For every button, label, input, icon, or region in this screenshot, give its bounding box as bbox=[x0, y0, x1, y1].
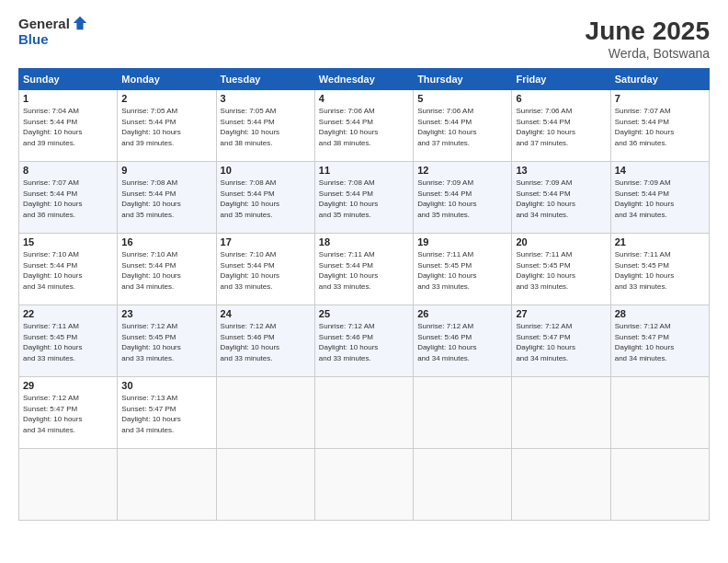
day-number: 22 bbox=[23, 308, 113, 319]
day-number: 5 bbox=[417, 93, 507, 104]
calendar-cell: 25Sunrise: 7:12 AMSunset: 5:46 PMDayligh… bbox=[314, 305, 413, 377]
day-info: Sunrise: 7:06 AMSunset: 5:44 PMDaylight:… bbox=[319, 106, 409, 148]
day-number: 1 bbox=[23, 93, 113, 104]
subtitle: Werda, Botswana bbox=[586, 46, 710, 61]
day-number: 18 bbox=[319, 236, 409, 247]
calendar-cell: 12Sunrise: 7:09 AMSunset: 5:44 PMDayligh… bbox=[414, 162, 512, 234]
calendar-cell bbox=[314, 449, 413, 521]
calendar-row-5: 29Sunrise: 7:12 AMSunset: 5:47 PMDayligh… bbox=[19, 377, 710, 449]
day-number: 4 bbox=[319, 93, 409, 104]
calendar-cell: 7Sunrise: 7:07 AMSunset: 5:44 PMDaylight… bbox=[610, 90, 709, 162]
header-thursday: Thursday bbox=[414, 69, 512, 90]
day-info: Sunrise: 7:11 AMSunset: 5:45 PMDaylight:… bbox=[417, 249, 507, 292]
header-friday: Friday bbox=[512, 69, 610, 90]
day-number: 9 bbox=[121, 165, 211, 176]
calendar-cell: 26Sunrise: 7:12 AMSunset: 5:46 PMDayligh… bbox=[414, 305, 512, 377]
day-info: Sunrise: 7:10 AMSunset: 5:44 PMDaylight:… bbox=[121, 249, 211, 292]
calendar: Sunday Monday Tuesday Wednesday Thursday… bbox=[18, 68, 710, 521]
calendar-cell: 9Sunrise: 7:08 AMSunset: 5:44 PMDaylight… bbox=[118, 162, 216, 234]
day-number: 25 bbox=[319, 308, 409, 319]
day-info: Sunrise: 7:06 AMSunset: 5:44 PMDaylight:… bbox=[516, 106, 606, 148]
day-number: 23 bbox=[121, 308, 211, 319]
calendar-body: 1Sunrise: 7:04 AMSunset: 5:44 PMDaylight… bbox=[19, 90, 710, 521]
day-number: 7 bbox=[615, 93, 705, 104]
day-info: Sunrise: 7:10 AMSunset: 5:44 PMDaylight:… bbox=[221, 249, 311, 292]
calendar-cell: 27Sunrise: 7:12 AMSunset: 5:47 PMDayligh… bbox=[512, 305, 610, 377]
calendar-cell: 16Sunrise: 7:10 AMSunset: 5:44 PMDayligh… bbox=[118, 234, 216, 305]
logo: General Blue bbox=[18, 17, 88, 47]
day-info: Sunrise: 7:08 AMSunset: 5:44 PMDaylight:… bbox=[319, 178, 409, 220]
day-info: Sunrise: 7:09 AMSunset: 5:44 PMDaylight:… bbox=[615, 178, 705, 220]
calendar-cell: 4Sunrise: 7:06 AMSunset: 5:44 PMDaylight… bbox=[314, 90, 413, 162]
day-info: Sunrise: 7:13 AMSunset: 5:47 PMDaylight:… bbox=[121, 393, 211, 435]
calendar-cell bbox=[414, 377, 512, 449]
calendar-cell: 20Sunrise: 7:11 AMSunset: 5:45 PMDayligh… bbox=[512, 234, 610, 305]
calendar-cell: 15Sunrise: 7:10 AMSunset: 5:44 PMDayligh… bbox=[19, 234, 118, 305]
calendar-row-4: 22Sunrise: 7:11 AMSunset: 5:45 PMDayligh… bbox=[19, 305, 710, 377]
header-monday: Monday bbox=[118, 69, 216, 90]
logo-text: General Blue bbox=[18, 17, 88, 47]
day-number: 10 bbox=[221, 165, 311, 176]
day-info: Sunrise: 7:07 AMSunset: 5:44 PMDaylight:… bbox=[23, 178, 113, 220]
day-number: 2 bbox=[121, 93, 211, 104]
day-info: Sunrise: 7:11 AMSunset: 5:45 PMDaylight:… bbox=[23, 321, 113, 363]
calendar-cell bbox=[414, 449, 512, 521]
calendar-cell bbox=[512, 377, 610, 449]
calendar-cell: 3Sunrise: 7:05 AMSunset: 5:44 PMDaylight… bbox=[216, 90, 314, 162]
day-number: 19 bbox=[417, 236, 507, 247]
calendar-cell: 6Sunrise: 7:06 AMSunset: 5:44 PMDaylight… bbox=[512, 90, 610, 162]
weekday-header-row: Sunday Monday Tuesday Wednesday Thursday… bbox=[19, 69, 710, 90]
day-number: 28 bbox=[615, 308, 705, 319]
calendar-cell bbox=[610, 449, 709, 521]
logo-blue: Blue bbox=[18, 32, 88, 48]
calendar-cell bbox=[216, 449, 314, 521]
calendar-cell: 23Sunrise: 7:12 AMSunset: 5:45 PMDayligh… bbox=[118, 305, 216, 377]
header-sunday: Sunday bbox=[19, 69, 118, 90]
day-info: Sunrise: 7:12 AMSunset: 5:47 PMDaylight:… bbox=[615, 321, 705, 363]
calendar-cell: 29Sunrise: 7:12 AMSunset: 5:47 PMDayligh… bbox=[19, 377, 118, 449]
day-info: Sunrise: 7:11 AMSunset: 5:45 PMDaylight:… bbox=[615, 249, 705, 292]
calendar-cell bbox=[216, 377, 314, 449]
day-number: 11 bbox=[319, 165, 409, 176]
calendar-cell: 18Sunrise: 7:11 AMSunset: 5:44 PMDayligh… bbox=[314, 234, 413, 305]
calendar-cell: 30Sunrise: 7:13 AMSunset: 5:47 PMDayligh… bbox=[118, 377, 216, 449]
header: General Blue June 2025 Werda, Botswana bbox=[18, 17, 710, 61]
calendar-cell: 1Sunrise: 7:04 AMSunset: 5:44 PMDaylight… bbox=[19, 90, 118, 162]
calendar-cell: 14Sunrise: 7:09 AMSunset: 5:44 PMDayligh… bbox=[610, 162, 709, 234]
calendar-cell bbox=[19, 449, 118, 521]
calendar-cell bbox=[610, 377, 709, 449]
day-info: Sunrise: 7:05 AMSunset: 5:44 PMDaylight:… bbox=[121, 106, 211, 148]
day-info: Sunrise: 7:12 AMSunset: 5:45 PMDaylight:… bbox=[121, 321, 211, 363]
day-info: Sunrise: 7:04 AMSunset: 5:44 PMDaylight:… bbox=[23, 106, 113, 148]
day-info: Sunrise: 7:09 AMSunset: 5:44 PMDaylight:… bbox=[516, 178, 606, 220]
calendar-cell: 11Sunrise: 7:08 AMSunset: 5:44 PMDayligh… bbox=[314, 162, 413, 234]
day-info: Sunrise: 7:07 AMSunset: 5:44 PMDaylight:… bbox=[615, 106, 705, 148]
calendar-cell: 19Sunrise: 7:11 AMSunset: 5:45 PMDayligh… bbox=[414, 234, 512, 305]
calendar-row-6 bbox=[19, 449, 710, 521]
day-info: Sunrise: 7:06 AMSunset: 5:44 PMDaylight:… bbox=[417, 106, 507, 148]
logo-general: General bbox=[18, 17, 70, 32]
header-wednesday: Wednesday bbox=[314, 69, 413, 90]
day-number: 8 bbox=[23, 165, 113, 176]
calendar-cell bbox=[118, 449, 216, 521]
calendar-cell: 22Sunrise: 7:11 AMSunset: 5:45 PMDayligh… bbox=[19, 305, 118, 377]
calendar-cell: 5Sunrise: 7:06 AMSunset: 5:44 PMDaylight… bbox=[414, 90, 512, 162]
day-number: 16 bbox=[121, 236, 211, 247]
calendar-cell: 21Sunrise: 7:11 AMSunset: 5:45 PMDayligh… bbox=[610, 234, 709, 305]
calendar-cell: 24Sunrise: 7:12 AMSunset: 5:46 PMDayligh… bbox=[216, 305, 314, 377]
day-number: 21 bbox=[615, 236, 705, 247]
day-number: 12 bbox=[417, 165, 507, 176]
day-number: 29 bbox=[23, 380, 113, 391]
day-info: Sunrise: 7:12 AMSunset: 5:46 PMDaylight:… bbox=[319, 321, 409, 363]
day-info: Sunrise: 7:09 AMSunset: 5:44 PMDaylight:… bbox=[417, 178, 507, 220]
day-info: Sunrise: 7:08 AMSunset: 5:44 PMDaylight:… bbox=[221, 178, 311, 220]
day-number: 24 bbox=[221, 308, 311, 319]
day-info: Sunrise: 7:12 AMSunset: 5:47 PMDaylight:… bbox=[516, 321, 606, 363]
page: General Blue June 2025 Werda, Botswana S… bbox=[0, 0, 728, 563]
day-number: 26 bbox=[417, 308, 507, 319]
day-info: Sunrise: 7:12 AMSunset: 5:46 PMDaylight:… bbox=[221, 321, 311, 363]
calendar-cell bbox=[314, 377, 413, 449]
day-info: Sunrise: 7:11 AMSunset: 5:44 PMDaylight:… bbox=[319, 249, 409, 292]
logo-icon bbox=[72, 15, 88, 31]
day-number: 20 bbox=[516, 236, 606, 247]
